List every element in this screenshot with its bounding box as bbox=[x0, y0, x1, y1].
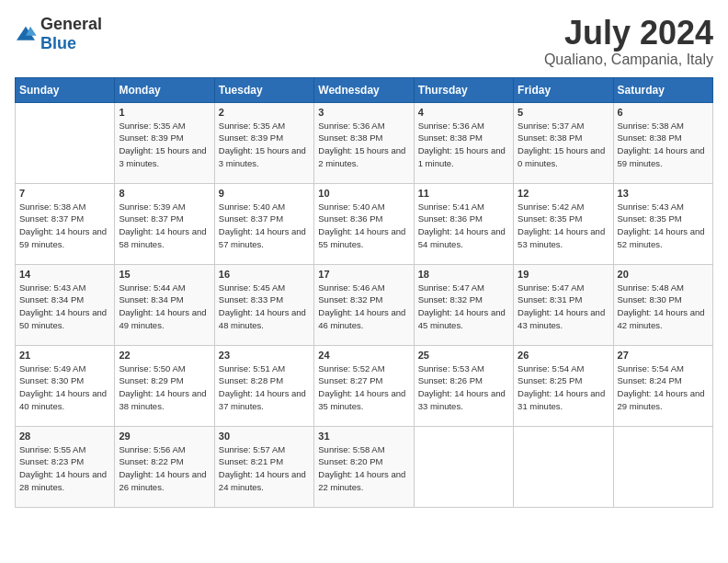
cell-info: Sunrise: 5:40 AMSunset: 8:37 PMDaylight:… bbox=[219, 201, 306, 249]
calendar-cell: 8Sunrise: 5:39 AMSunset: 8:37 PMDaylight… bbox=[115, 183, 214, 264]
calendar-cell: 23Sunrise: 5:51 AMSunset: 8:28 PMDayligh… bbox=[214, 345, 313, 426]
cell-info: Sunrise: 5:43 AMSunset: 8:35 PMDaylight:… bbox=[618, 201, 705, 249]
cell-info: Sunrise: 5:56 AMSunset: 8:22 PMDaylight:… bbox=[119, 444, 206, 492]
calendar-cell bbox=[514, 426, 613, 507]
day-number: 8 bbox=[119, 188, 210, 199]
day-number: 2 bbox=[219, 107, 310, 118]
calendar-cell: 17Sunrise: 5:46 AMSunset: 8:32 PMDayligh… bbox=[314, 264, 414, 345]
calendar-cell bbox=[613, 426, 712, 507]
logo-general-text: General bbox=[40, 15, 102, 33]
day-header-sunday: Sunday bbox=[16, 77, 115, 102]
calendar-cell: 10Sunrise: 5:40 AMSunset: 8:36 PMDayligh… bbox=[314, 183, 414, 264]
calendar-cell: 15Sunrise: 5:44 AMSunset: 8:34 PMDayligh… bbox=[115, 264, 214, 345]
day-header-friday: Friday bbox=[514, 77, 613, 102]
day-number: 31 bbox=[318, 431, 409, 442]
day-header-thursday: Thursday bbox=[414, 77, 513, 102]
day-number: 19 bbox=[518, 269, 609, 280]
day-header-saturday: Saturday bbox=[613, 77, 712, 102]
cell-info: Sunrise: 5:58 AMSunset: 8:20 PMDaylight:… bbox=[318, 444, 405, 492]
day-header-wednesday: Wednesday bbox=[314, 77, 414, 102]
cell-info: Sunrise: 5:35 AMSunset: 8:39 PMDaylight:… bbox=[119, 121, 206, 168]
cell-info: Sunrise: 5:49 AMSunset: 8:30 PMDaylight:… bbox=[19, 363, 107, 411]
calendar-cell: 16Sunrise: 5:45 AMSunset: 8:33 PMDayligh… bbox=[214, 264, 313, 345]
day-number: 29 bbox=[119, 431, 210, 442]
day-header-tuesday: Tuesday bbox=[214, 77, 313, 102]
cell-info: Sunrise: 5:44 AMSunset: 8:34 PMDaylight:… bbox=[119, 282, 206, 330]
calendar-cell: 19Sunrise: 5:47 AMSunset: 8:31 PMDayligh… bbox=[514, 264, 613, 345]
location-title: Qualiano, Campania, Italy bbox=[544, 52, 713, 68]
month-title: July 2024 bbox=[544, 15, 713, 52]
day-header-monday: Monday bbox=[115, 77, 214, 102]
day-number: 7 bbox=[19, 188, 110, 199]
day-number: 5 bbox=[518, 107, 609, 118]
day-number: 24 bbox=[318, 350, 409, 361]
calendar-cell: 1Sunrise: 5:35 AMSunset: 8:39 PMDaylight… bbox=[115, 102, 214, 183]
calendar-cell: 9Sunrise: 5:40 AMSunset: 8:37 PMDaylight… bbox=[214, 183, 313, 264]
logo-icon bbox=[15, 25, 37, 43]
cell-info: Sunrise: 5:36 AMSunset: 8:38 PMDaylight:… bbox=[318, 121, 405, 168]
cell-info: Sunrise: 5:42 AMSunset: 8:35 PMDaylight:… bbox=[518, 201, 605, 249]
header: General Blue July 2024 Qualiano, Campani… bbox=[15, 15, 713, 68]
day-number: 15 bbox=[119, 269, 210, 280]
cell-info: Sunrise: 5:55 AMSunset: 8:23 PMDaylight:… bbox=[19, 444, 107, 492]
day-number: 27 bbox=[618, 350, 709, 361]
cell-info: Sunrise: 5:46 AMSunset: 8:32 PMDaylight:… bbox=[318, 282, 405, 330]
day-number: 20 bbox=[618, 269, 709, 280]
week-row-5: 28Sunrise: 5:55 AMSunset: 8:23 PMDayligh… bbox=[16, 426, 713, 507]
day-number: 1 bbox=[119, 107, 210, 118]
cell-info: Sunrise: 5:35 AMSunset: 8:39 PMDaylight:… bbox=[219, 121, 306, 168]
cell-info: Sunrise: 5:52 AMSunset: 8:27 PMDaylight:… bbox=[318, 363, 405, 411]
calendar-cell bbox=[16, 102, 115, 183]
day-number: 28 bbox=[19, 431, 110, 442]
day-number: 23 bbox=[219, 350, 310, 361]
day-number: 11 bbox=[418, 188, 509, 199]
calendar-cell: 22Sunrise: 5:50 AMSunset: 8:29 PMDayligh… bbox=[115, 345, 214, 426]
calendar-cell: 7Sunrise: 5:38 AMSunset: 8:37 PMDaylight… bbox=[16, 183, 115, 264]
week-row-4: 21Sunrise: 5:49 AMSunset: 8:30 PMDayligh… bbox=[16, 345, 713, 426]
day-number: 21 bbox=[19, 350, 110, 361]
title-area: July 2024 Qualiano, Campania, Italy bbox=[544, 15, 713, 68]
day-number: 6 bbox=[618, 107, 709, 118]
day-number: 26 bbox=[518, 350, 609, 361]
cell-info: Sunrise: 5:45 AMSunset: 8:33 PMDaylight:… bbox=[219, 282, 306, 330]
cell-info: Sunrise: 5:53 AMSunset: 8:26 PMDaylight:… bbox=[418, 363, 506, 411]
cell-info: Sunrise: 5:43 AMSunset: 8:34 PMDaylight:… bbox=[19, 282, 107, 330]
cell-info: Sunrise: 5:38 AMSunset: 8:37 PMDaylight:… bbox=[19, 201, 107, 249]
week-row-3: 14Sunrise: 5:43 AMSunset: 8:34 PMDayligh… bbox=[16, 264, 713, 345]
week-row-1: 1Sunrise: 5:35 AMSunset: 8:39 PMDaylight… bbox=[16, 102, 713, 183]
calendar-body: 1Sunrise: 5:35 AMSunset: 8:39 PMDaylight… bbox=[16, 102, 713, 507]
day-number: 25 bbox=[418, 350, 509, 361]
calendar-cell: 2Sunrise: 5:35 AMSunset: 8:39 PMDaylight… bbox=[214, 102, 313, 183]
calendar-cell: 25Sunrise: 5:53 AMSunset: 8:26 PMDayligh… bbox=[414, 345, 513, 426]
logo: General Blue bbox=[15, 15, 102, 53]
day-number: 10 bbox=[318, 188, 409, 199]
calendar-cell: 30Sunrise: 5:57 AMSunset: 8:21 PMDayligh… bbox=[214, 426, 313, 507]
day-number: 16 bbox=[219, 269, 310, 280]
calendar-cell: 12Sunrise: 5:42 AMSunset: 8:35 PMDayligh… bbox=[514, 183, 613, 264]
calendar-cell: 26Sunrise: 5:54 AMSunset: 8:25 PMDayligh… bbox=[514, 345, 613, 426]
cell-info: Sunrise: 5:36 AMSunset: 8:38 PMDaylight:… bbox=[418, 121, 506, 168]
cell-info: Sunrise: 5:47 AMSunset: 8:32 PMDaylight:… bbox=[418, 282, 506, 330]
cell-info: Sunrise: 5:48 AMSunset: 8:30 PMDaylight:… bbox=[618, 282, 705, 330]
calendar-cell: 24Sunrise: 5:52 AMSunset: 8:27 PMDayligh… bbox=[314, 345, 414, 426]
calendar-cell: 20Sunrise: 5:48 AMSunset: 8:30 PMDayligh… bbox=[613, 264, 712, 345]
calendar-cell: 14Sunrise: 5:43 AMSunset: 8:34 PMDayligh… bbox=[16, 264, 115, 345]
day-number: 17 bbox=[318, 269, 409, 280]
day-number: 3 bbox=[318, 107, 409, 118]
calendar-table: SundayMondayTuesdayWednesdayThursdayFrid… bbox=[15, 77, 713, 508]
calendar-cell: 21Sunrise: 5:49 AMSunset: 8:30 PMDayligh… bbox=[16, 345, 115, 426]
calendar-cell: 6Sunrise: 5:38 AMSunset: 8:38 PMDaylight… bbox=[613, 102, 712, 183]
cell-info: Sunrise: 5:54 AMSunset: 8:25 PMDaylight:… bbox=[518, 363, 605, 411]
calendar-cell: 29Sunrise: 5:56 AMSunset: 8:22 PMDayligh… bbox=[115, 426, 214, 507]
cell-info: Sunrise: 5:54 AMSunset: 8:24 PMDaylight:… bbox=[618, 363, 705, 411]
calendar-cell: 13Sunrise: 5:43 AMSunset: 8:35 PMDayligh… bbox=[613, 183, 712, 264]
cell-info: Sunrise: 5:37 AMSunset: 8:38 PMDaylight:… bbox=[518, 121, 605, 168]
day-number: 22 bbox=[119, 350, 210, 361]
calendar-cell: 27Sunrise: 5:54 AMSunset: 8:24 PMDayligh… bbox=[613, 345, 712, 426]
day-number: 12 bbox=[518, 188, 609, 199]
day-number: 4 bbox=[418, 107, 509, 118]
week-row-2: 7Sunrise: 5:38 AMSunset: 8:37 PMDaylight… bbox=[16, 183, 713, 264]
day-number: 30 bbox=[219, 431, 310, 442]
day-number: 14 bbox=[19, 269, 110, 280]
cell-info: Sunrise: 5:41 AMSunset: 8:36 PMDaylight:… bbox=[418, 201, 506, 249]
